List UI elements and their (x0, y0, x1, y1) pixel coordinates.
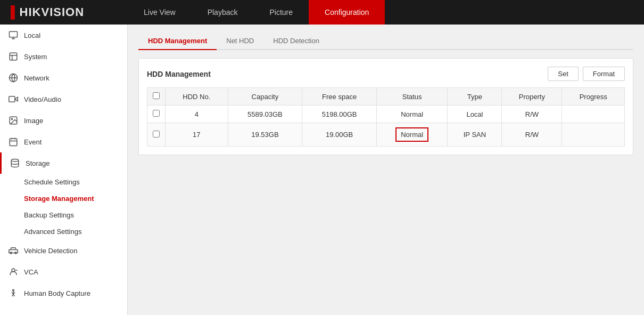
status-badge: Normal (395, 127, 428, 142)
vca-icon (8, 266, 19, 277)
nav-playback[interactable]: Playback (192, 0, 254, 25)
free-space-cell: 19.00GB (302, 123, 377, 147)
table-row: 4 5589.03GB 5198.00GB Normal Local R/W (147, 106, 625, 123)
select-all-checkbox[interactable] (153, 92, 160, 99)
svg-rect-9 (9, 96, 15, 102)
brand-name: ▌HIKVISION (11, 5, 84, 19)
capacity-cell: 5589.03GB (228, 106, 302, 123)
set-button[interactable]: Set (548, 67, 579, 81)
tab-net-hdd[interactable]: Net HDD (217, 33, 263, 50)
image-icon (8, 115, 19, 126)
sidebar-label-local: Local (24, 31, 40, 39)
svg-line-25 (13, 294, 14, 297)
free-space-cell: 5198.00GB (302, 106, 377, 123)
format-button[interactable]: Format (583, 67, 625, 81)
sidebar-label-image: Image (24, 117, 43, 125)
sidebar-item-vehicle-detection[interactable]: Vehicle Detection (0, 240, 127, 261)
row-checkbox-1[interactable] (153, 131, 160, 138)
svg-rect-0 (10, 31, 18, 37)
header-type: Type (448, 88, 502, 106)
header-checkbox (147, 88, 166, 106)
sidebar-label-vehicle-detection: Vehicle Detection (24, 247, 77, 255)
sidebar-item-video-audio[interactable]: Video/Audio (0, 88, 127, 110)
panel-title: HDD Management (147, 70, 211, 78)
svg-point-16 (11, 159, 19, 162)
property-cell: R/W (502, 123, 562, 147)
svg-marker-8 (15, 97, 18, 101)
header-capacity: Capacity (228, 88, 302, 106)
svg-rect-12 (10, 139, 17, 146)
sidebar-label-storage: Storage (26, 159, 50, 167)
svg-rect-3 (10, 53, 17, 60)
sidebar-item-network[interactable]: Network (0, 67, 127, 88)
header-progress: Progress (562, 88, 625, 106)
sidebar-sub-storage-management[interactable]: Storage Management (0, 190, 127, 207)
sidebar-label-video: Video/Audio (24, 95, 61, 103)
network-icon (8, 72, 19, 83)
capacity-cell: 19.53GB (228, 123, 302, 147)
row-checkbox-0[interactable] (153, 110, 160, 117)
property-cell: R/W (502, 106, 562, 123)
type-cell: Local (448, 106, 502, 123)
sidebar: Local System Network (0, 25, 128, 315)
svg-point-22 (13, 289, 14, 291)
hdd-table: HDD No. Capacity Free space Status Type … (147, 87, 625, 147)
tab-bar: HDD Management Net HDD HDD Detection (138, 33, 633, 50)
row-checkbox-cell (147, 123, 166, 147)
sidebar-item-storage[interactable]: Storage (0, 152, 127, 174)
sidebar-item-vca[interactable]: VCA (0, 261, 127, 282)
table-row: 17 19.53GB 19.00GB Normal IP SAN R/W (147, 123, 625, 147)
type-cell: IP SAN (448, 123, 502, 147)
human-icon (8, 288, 19, 298)
nav-picture[interactable]: Picture (253, 0, 309, 25)
tab-hdd-management[interactable]: HDD Management (138, 33, 217, 50)
monitor-icon (8, 30, 19, 41)
sidebar-label-system: System (24, 53, 47, 61)
sidebar-sub-backup-settings[interactable]: Backup Settings (0, 207, 127, 223)
hdd-management-panel: HDD Management Set Format HDD No. Capaci… (138, 58, 633, 155)
tab-hdd-detection[interactable]: HDD Detection (263, 33, 329, 50)
panel-buttons: Set Format (548, 67, 625, 81)
vehicle-icon (8, 245, 19, 256)
panel-header: HDD Management Set Format (147, 67, 625, 81)
sidebar-item-human-body-capture[interactable]: Human Body Capture (0, 282, 127, 304)
sidebar-item-local[interactable]: Local (0, 25, 127, 46)
sidebar-label-human-body: Human Body Capture (24, 289, 90, 297)
event-icon (8, 136, 19, 147)
hdd-no-cell: 17 (166, 123, 228, 147)
content-area: HDD Management Net HDD HDD Detection HDD… (128, 25, 644, 315)
row-checkbox-cell (147, 106, 166, 123)
sidebar-sub-schedule-settings[interactable]: Schedule Settings (0, 174, 127, 190)
top-navigation: ▌HIKVISION Live View Playback Picture Co… (0, 0, 644, 25)
progress-cell (562, 123, 625, 147)
status-cell: Normal (376, 106, 447, 123)
status-cell: Normal (376, 123, 447, 147)
header-status: Status (376, 88, 447, 106)
nav-configuration[interactable]: Configuration (309, 0, 385, 25)
sidebar-label-vca: VCA (24, 268, 38, 276)
table-header-row: HDD No. Capacity Free space Status Type … (147, 88, 625, 106)
hdd-no-cell: 4 (166, 106, 228, 123)
nav-live-view[interactable]: Live View (128, 0, 192, 25)
sidebar-sub-advanced-settings[interactable]: Advanced Settings (0, 223, 127, 240)
system-icon (8, 51, 19, 62)
logo: ▌HIKVISION (0, 5, 128, 19)
nav-items: Live View Playback Picture Configuration (128, 0, 385, 25)
header-property: Property (502, 88, 562, 106)
header-hdd-no: HDD No. (166, 88, 228, 106)
storage-icon (10, 158, 20, 168)
sidebar-item-event[interactable]: Event (0, 131, 127, 152)
sidebar-item-image[interactable]: Image (0, 110, 127, 131)
header-free-space: Free space (302, 88, 377, 106)
progress-cell (562, 106, 625, 123)
main-layout: Local System Network (0, 25, 644, 315)
sidebar-label-network: Network (24, 74, 49, 82)
sidebar-label-event: Event (24, 138, 42, 146)
svg-point-11 (11, 118, 12, 119)
sidebar-item-system[interactable]: System (0, 46, 127, 67)
video-icon (8, 94, 19, 104)
